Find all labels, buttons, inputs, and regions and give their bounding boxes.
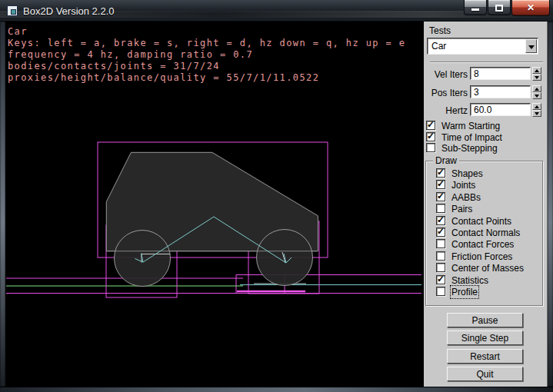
check-icon: ✓ bbox=[427, 119, 435, 130]
checkbox-box[interactable] bbox=[426, 143, 435, 152]
maximize-icon bbox=[495, 5, 503, 12]
client-area: CarKeys: left = a, brake = s, right = d,… bbox=[5, 22, 548, 387]
check-icon: ✓ bbox=[437, 178, 445, 189]
app-icon bbox=[7, 5, 18, 16]
checkbox-contact-forces[interactable]: Contact Forces bbox=[424, 239, 547, 249]
checkbox-label: Time of Impact bbox=[441, 132, 502, 143]
checkbox-label: Warm Starting bbox=[441, 121, 500, 131]
checkbox-pairs[interactable]: Pairs bbox=[424, 204, 547, 214]
spinner-up-icon[interactable] bbox=[532, 85, 541, 92]
draw-group-label: Draw bbox=[433, 155, 459, 166]
checkbox-label: Profile bbox=[451, 287, 478, 297]
chevron-down-icon[interactable] bbox=[525, 39, 537, 53]
checkbox-statistics[interactable]: ✓Statistics bbox=[424, 275, 547, 285]
pos-iters-input[interactable]: 3 bbox=[470, 85, 531, 98]
checkbox-box[interactable] bbox=[436, 239, 445, 248]
checkbox-friction-forces[interactable]: Friction Forces bbox=[424, 251, 547, 261]
tests-dropdown[interactable]: Car bbox=[427, 38, 538, 55]
checkbox-label: Pairs bbox=[451, 204, 472, 214]
vel-iters-row: Vel Iters8 bbox=[424, 67, 548, 81]
hertz-spinner bbox=[532, 103, 541, 117]
checkbox-label: Joints bbox=[451, 180, 475, 191]
pause-button[interactable]: Pause bbox=[447, 313, 523, 327]
checkbox-label: Contact Forces bbox=[451, 239, 514, 250]
checkbox-box[interactable]: ✓ bbox=[436, 275, 445, 284]
check-icon: ✓ bbox=[437, 274, 445, 284]
checkbox-warm-starting[interactable]: ✓Warm Starting bbox=[424, 121, 547, 131]
checkbox-box[interactable]: ✓ bbox=[436, 180, 445, 189]
checkbox-contact-points[interactable]: ✓Contact Points bbox=[424, 216, 547, 226]
checkbox-joints[interactable]: ✓Joints bbox=[424, 180, 547, 190]
stat-line: Car bbox=[8, 26, 405, 38]
hertz-row: Hertz60.0 bbox=[424, 103, 548, 117]
checkbox-center-of-masses[interactable]: Center of Masses bbox=[424, 263, 547, 273]
spinner-up-icon[interactable] bbox=[532, 103, 541, 110]
stat-line: Keys: left = a, brake = s, right = d, hz… bbox=[8, 38, 405, 49]
minimize-icon bbox=[471, 8, 479, 11]
checkbox-profile[interactable]: Profile bbox=[424, 287, 547, 297]
pos-iters-row: Pos Iters3 bbox=[424, 85, 548, 99]
ground-aabb-lines bbox=[6, 275, 421, 294]
maximize-button[interactable] bbox=[488, 0, 511, 15]
check-icon: ✓ bbox=[437, 191, 445, 201]
checkbox-sub-stepping[interactable]: Sub-Stepping bbox=[424, 143, 547, 153]
app-window: Box2D Version 2.2.0 ✕ bbox=[0, 0, 553, 392]
close-button[interactable]: ✕ bbox=[511, 0, 550, 16]
separator bbox=[430, 61, 543, 63]
app-icon-inner bbox=[11, 9, 16, 15]
checkbox-label: Center of Masses bbox=[451, 263, 524, 274]
spinner-down-icon[interactable] bbox=[532, 110, 541, 117]
control-panel: Tests Car Vel Iters8Pos Iters3Hertz60.0 … bbox=[423, 22, 548, 387]
single-step-button[interactable]: Single Step bbox=[447, 331, 523, 345]
checkbox-box[interactable] bbox=[436, 251, 445, 261]
checkbox-aabbs[interactable]: ✓AABBs bbox=[424, 192, 547, 202]
checkbox-box[interactable]: ✓ bbox=[436, 228, 445, 237]
checkbox-contact-normals[interactable]: ✓Contact Normals bbox=[424, 228, 547, 238]
checkbox-box[interactable]: ✓ bbox=[436, 216, 445, 225]
checkbox-box[interactable] bbox=[436, 263, 445, 272]
checkbox-box[interactable]: ✓ bbox=[426, 121, 435, 130]
checkbox-shapes[interactable]: ✓Shapes bbox=[424, 168, 547, 178]
window-border-left bbox=[0, 22, 5, 387]
check-icon: ✓ bbox=[437, 226, 445, 237]
checkbox-box[interactable]: ✓ bbox=[436, 168, 445, 178]
close-icon: ✕ bbox=[512, 0, 549, 15]
checkbox-label: AABBs bbox=[451, 192, 481, 203]
hertz-label: Hertz bbox=[424, 105, 468, 116]
checkbox-label: Contact Normals bbox=[451, 228, 520, 238]
quit-button[interactable]: Quit bbox=[447, 367, 523, 381]
checkbox-box[interactable] bbox=[436, 287, 445, 296]
restart-button[interactable]: Restart bbox=[447, 349, 523, 364]
stat-line: bodies/contacts/joints = 31/7/24 bbox=[8, 61, 405, 72]
pos-iters-spinner bbox=[532, 85, 541, 99]
check-icon: ✓ bbox=[437, 167, 445, 178]
title-bar[interactable]: Box2D Version 2.2.0 ✕ bbox=[0, 0, 553, 22]
hertz-input[interactable]: 60.0 bbox=[470, 103, 531, 116]
stat-line: frequency = 4 hz, damping ratio = 0.7 bbox=[8, 49, 405, 61]
checkbox-label: Contact Points bbox=[451, 216, 511, 227]
spinner-down-icon[interactable] bbox=[532, 74, 541, 81]
checkbox-box[interactable] bbox=[436, 204, 445, 213]
stat-line: proxies/height/balance/quality = 55/7/1/… bbox=[8, 72, 405, 84]
window-title: Box2D Version 2.2.0 bbox=[23, 5, 115, 17]
window-border-bottom bbox=[0, 387, 553, 392]
spinner-down-icon[interactable] bbox=[532, 92, 541, 99]
vel-iters-spinner bbox=[532, 67, 541, 81]
checkbox-label: Sub-Stepping bbox=[441, 143, 498, 154]
minimize-button[interactable] bbox=[464, 0, 487, 15]
pos-iters-label: Pos Iters bbox=[424, 88, 468, 98]
spinner-up-icon[interactable] bbox=[532, 67, 541, 74]
vel-iters-input[interactable]: 8 bbox=[470, 67, 531, 80]
tests-dropdown-value: Car bbox=[431, 41, 446, 51]
checkbox-box[interactable]: ✓ bbox=[436, 192, 445, 201]
tests-label: Tests bbox=[429, 25, 451, 36]
window-border-right bbox=[548, 22, 553, 387]
checkbox-time-of-impact[interactable]: ✓Time of Impact bbox=[424, 132, 547, 142]
checkbox-label: Friction Forces bbox=[451, 251, 512, 262]
simulation-canvas[interactable]: CarKeys: left = a, brake = s, right = d,… bbox=[5, 22, 423, 387]
checkbox-label: Statistics bbox=[451, 275, 488, 286]
check-icon: ✓ bbox=[437, 214, 445, 225]
checkbox-box[interactable]: ✓ bbox=[426, 132, 435, 141]
stats-text: CarKeys: left = a, brake = s, right = d,… bbox=[8, 26, 405, 84]
check-icon: ✓ bbox=[427, 131, 435, 141]
